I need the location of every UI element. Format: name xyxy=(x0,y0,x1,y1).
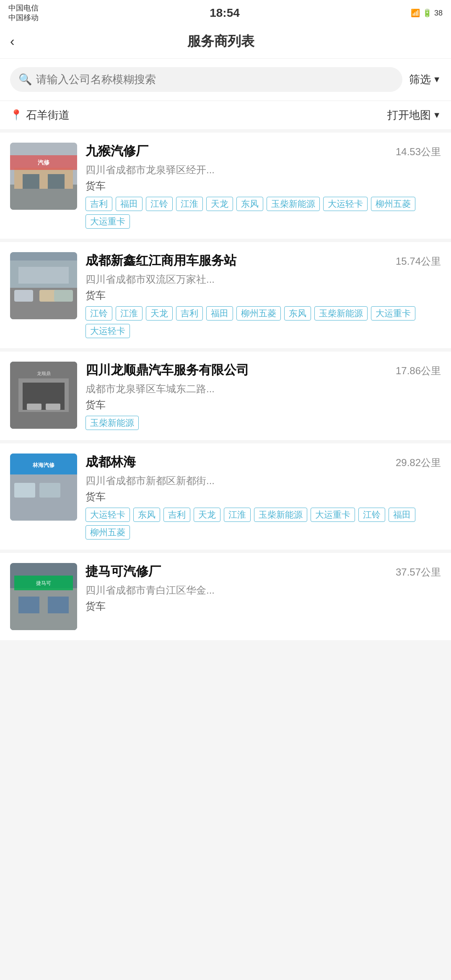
back-button[interactable]: ‹ xyxy=(10,34,15,49)
filter-button[interactable]: 筛选 ▼ xyxy=(409,72,441,87)
tag: 江淮 xyxy=(224,508,251,522)
shop-distance: 37.57公里 xyxy=(396,566,441,579)
shop-type: 货车 xyxy=(86,599,441,613)
svg-rect-19 xyxy=(46,404,60,410)
svg-rect-26 xyxy=(39,483,60,498)
carrier1: 中国电信 xyxy=(8,3,39,13)
battery-level: 38 xyxy=(434,9,443,18)
tag: 柳州五菱 xyxy=(371,197,415,211)
status-indicators: 📶 🔋 38 xyxy=(411,8,443,18)
shop-address: 四川省成都市青白江区华金... xyxy=(86,584,441,597)
svg-rect-9 xyxy=(14,290,33,302)
shop-distance: 29.82公里 xyxy=(396,456,441,469)
open-map-button[interactable]: 打开地图 ▼ xyxy=(387,108,441,122)
search-input[interactable] xyxy=(36,73,394,86)
shop-image: 捷马可 xyxy=(10,563,77,630)
list-item[interactable]: 林海汽修 成都林海 29.82公里 四川省成都市新都区新都街... 货车 大运轻… xyxy=(0,443,451,550)
tag: 天龙 xyxy=(146,306,173,321)
list-item[interactable]: 成都新鑫红江商用车服务站 15.74公里 四川省成都市双流区万家社... 货车 … xyxy=(0,242,451,348)
tag: 吉利 xyxy=(163,508,190,522)
location-bar: 📍 石羊街道 打开地图 ▼ xyxy=(0,101,451,129)
tag: 江淮 xyxy=(176,197,203,211)
tag: 江铃 xyxy=(358,508,385,522)
search-box[interactable]: 🔍 xyxy=(10,67,402,92)
map-chevron-icon: ▼ xyxy=(433,110,441,120)
tag: 江铃 xyxy=(146,197,173,211)
tag: 柳州五菱 xyxy=(236,306,281,321)
tag: 福田 xyxy=(206,306,233,321)
tag: 大运轻卡 xyxy=(86,324,130,338)
tag: 天龙 xyxy=(194,508,220,522)
tag: 玉柴新能源 xyxy=(86,416,139,430)
shop-address: 四川省成都市新都区新都街... xyxy=(86,474,441,487)
tag: 大运轻卡 xyxy=(86,508,130,522)
tag: 福田 xyxy=(116,197,143,211)
shop-type: 货车 xyxy=(86,289,441,302)
shop-type: 货车 xyxy=(86,179,441,193)
svg-text:龙顺鼎: 龙顺鼎 xyxy=(37,371,51,376)
list-item[interactable]: 龙顺鼎 四川龙顺鼎汽车服务有限公司 17.86公里 成都市龙泉驿区车城东二路..… xyxy=(0,352,451,440)
tag: 大运轻卡 xyxy=(323,197,368,211)
shop-image: 汽修 xyxy=(10,143,77,210)
tag: 玉柴新能源 xyxy=(314,306,368,321)
svg-rect-11 xyxy=(54,290,73,302)
carrier2: 中国移动 xyxy=(8,13,39,23)
map-label: 打开地图 xyxy=(387,108,431,122)
shop-address: 成都市龙泉驿区车城东二路... xyxy=(86,382,441,396)
tag: 吉利 xyxy=(86,197,112,211)
shop-name: 捷马可汽修厂 xyxy=(86,563,161,580)
page-title: 服务商列表 xyxy=(23,32,419,51)
tag: 玉柴新能源 xyxy=(267,197,320,211)
signal-icon: 📶 xyxy=(411,8,420,18)
tag: 江淮 xyxy=(116,306,143,321)
page-header: ‹ 服务商列表 xyxy=(0,25,451,59)
tag: 玉柴新能源 xyxy=(254,508,307,522)
tag-list: 玉柴新能源 xyxy=(86,416,441,430)
tag: 大运重卡 xyxy=(311,508,355,522)
shop-name: 成都林海 xyxy=(86,454,136,471)
location-pin-icon: 📍 xyxy=(10,109,23,121)
tag: 东风 xyxy=(284,306,311,321)
tag: 福田 xyxy=(389,508,415,522)
carrier-info: 中国电信 中国移动 xyxy=(8,3,39,23)
shop-address: 四川省成都市双流区万家社... xyxy=(86,273,441,286)
svg-text:林海汽修: 林海汽修 xyxy=(32,462,55,468)
tag-list: 大运轻卡东风吉利天龙江淮玉柴新能源大运重卡江铃福田柳州五菱 xyxy=(86,508,441,540)
svg-rect-3 xyxy=(23,174,39,189)
status-bar: 中国电信 中国移动 18:54 📶 🔋 38 xyxy=(0,0,451,25)
location-name: 石羊街道 xyxy=(26,108,70,122)
tag: 东风 xyxy=(133,508,160,522)
list-item[interactable]: 捷马可 捷马可汽修厂 37.57公里 四川省成都市青白江区华金... 货车 xyxy=(0,553,451,640)
shop-name: 四川龙顺鼎汽车服务有限公司 xyxy=(86,362,249,379)
tag: 大运重卡 xyxy=(371,306,415,321)
search-area: 🔍 筛选 ▼ xyxy=(0,59,451,100)
filter-label: 筛选 xyxy=(409,72,431,87)
filter-chevron-icon: ▼ xyxy=(433,75,441,84)
battery-icon: 🔋 xyxy=(422,8,432,18)
shop-address: 四川省成都市龙泉驿区经开... xyxy=(86,163,441,177)
svg-rect-25 xyxy=(14,483,35,498)
shop-distance: 17.86公里 xyxy=(396,364,441,378)
tag-list: 江铃江淮天龙吉利福田柳州五菱东风玉柴新能源大运重卡大运轻卡 xyxy=(86,306,441,338)
tag-list: 吉利福田江铃江淮天龙东风玉柴新能源大运轻卡柳州五菱大运重卡 xyxy=(86,197,441,229)
service-provider-list: 汽修 九猴汽修厂 14.53公里 四川省成都市龙泉驿区经开... 货车 吉利福田… xyxy=(0,133,451,640)
svg-rect-4 xyxy=(48,174,65,189)
tag: 天龙 xyxy=(206,197,233,211)
tag: 江铃 xyxy=(86,306,112,321)
svg-rect-18 xyxy=(27,404,41,410)
shop-type: 货车 xyxy=(86,398,441,412)
shop-image xyxy=(10,252,77,319)
search-icon: 🔍 xyxy=(18,73,32,86)
tag: 东风 xyxy=(236,197,263,211)
svg-text:汽修: 汽修 xyxy=(38,159,50,166)
svg-rect-32 xyxy=(48,597,69,613)
shop-type: 货车 xyxy=(86,490,441,503)
shop-image: 林海汽修 xyxy=(10,454,77,521)
shop-name: 成都新鑫红江商用车服务站 xyxy=(86,252,236,269)
shop-image: 龙顺鼎 xyxy=(10,362,77,429)
list-item[interactable]: 汽修 九猴汽修厂 14.53公里 四川省成都市龙泉驿区经开... 货车 吉利福田… xyxy=(0,133,451,239)
shop-distance: 14.53公里 xyxy=(396,145,441,159)
location-left: 📍 石羊街道 xyxy=(10,108,70,122)
status-time: 18:54 xyxy=(210,6,240,20)
shop-name: 九猴汽修厂 xyxy=(86,143,148,160)
